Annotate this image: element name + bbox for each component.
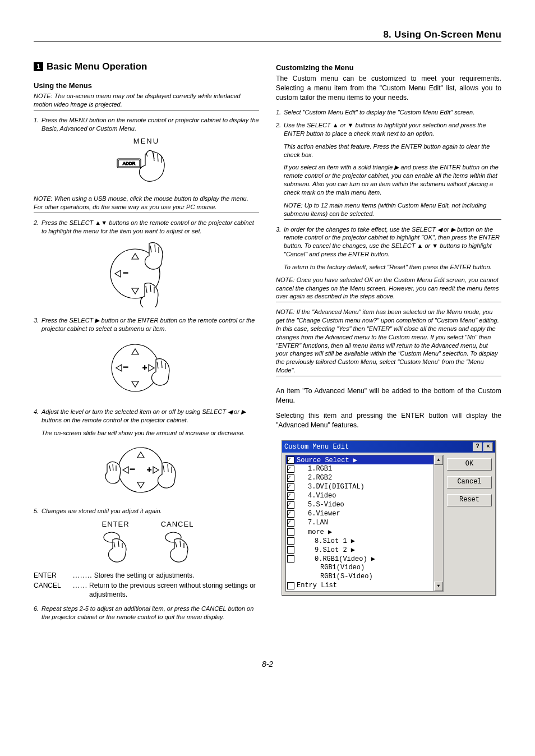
checkbox[interactable] <box>287 537 294 545</box>
enter-caption: ENTER <box>96 520 135 528</box>
step-4: 4.Adjust the level or turn the selected … <box>34 408 259 425</box>
note-12-items: NOTE: Up to 12 main menu items (within C… <box>284 201 501 220</box>
closing-1: An item "To Advanced Menu" will be added… <box>276 386 501 405</box>
note-ok-cancel: NOTE: Once you have selected OK on the C… <box>276 276 501 303</box>
figure-select-updown: − <box>34 240 259 310</box>
step-2: 2.Press the SELECT ▲▼ buttons on the rem… <box>34 219 259 236</box>
dl-cancel-term: CANCEL <box>34 581 73 599</box>
step-1: 1.Press the MENU button on the remote co… <box>34 116 259 133</box>
step-3: 3.Press the SELECT ▶ button or the ENTER… <box>34 316 259 333</box>
checkbox[interactable] <box>287 483 294 491</box>
menu-listbox[interactable]: Source Select ▶ 1.RGB1 2.RGB2 3.DVI(DIGI… <box>285 455 444 592</box>
list-item[interactable]: 5.S-Video <box>286 500 434 509</box>
customizing-heading: Customizing the Menu <box>276 63 501 72</box>
dl-enter-term: ENTER <box>34 571 73 580</box>
close-icon[interactable]: × <box>483 442 493 451</box>
dl-cancel-def: Return to the previous screen without st… <box>89 581 259 599</box>
step-6: 6.Repeat steps 2-5 to adjust an addition… <box>34 605 259 621</box>
checkbox[interactable] <box>287 546 294 554</box>
help-icon[interactable]: ? <box>473 442 482 451</box>
figure-enter-cancel: ENTER CANCEL <box>34 520 259 566</box>
checkbox[interactable] <box>287 519 294 527</box>
using-menus-heading: Using the Menus <box>34 81 259 90</box>
list-item[interactable]: 8.Slot 1 ▶ <box>286 536 434 545</box>
checkbox[interactable] <box>287 582 294 589</box>
scrollbar[interactable]: ▲ ▼ <box>433 455 443 591</box>
page-number: 8-2 <box>34 660 501 669</box>
menu-caption: MENU <box>34 137 259 145</box>
list-item[interactable]: RGB1(Video) <box>286 563 434 572</box>
figure-select-right: − + <box>34 337 259 401</box>
svg-text:−: − <box>123 362 128 372</box>
svg-text:−: − <box>123 268 128 278</box>
addr-label: ADDR <box>123 161 136 166</box>
rstep-1: 1.Select "Custom Menu Edit" to display t… <box>276 108 501 117</box>
rstep-2c: If you select an item with a solid trian… <box>284 163 501 196</box>
rstep-2: 2.Use the SELECT ▲ or ▼ buttons to highl… <box>276 121 501 138</box>
svg-text:−: − <box>130 464 135 474</box>
enter-cancel-definitions: ENTER ........ Stores the setting or adj… <box>34 571 259 600</box>
scroll-down-icon[interactable]: ▼ <box>434 582 443 591</box>
list-item[interactable]: 1.RGB1 <box>286 464 434 473</box>
scroll-up-icon[interactable]: ▲ <box>434 455 443 465</box>
checkbox[interactable] <box>287 492 294 500</box>
chapter-rule <box>34 42 501 42</box>
customizing-intro: The Custom menu can be customized to mee… <box>276 74 501 103</box>
list-item[interactable]: 7.LAN <box>286 518 434 527</box>
section-title: Basic Menu Operation <box>47 61 147 72</box>
reset-button[interactable]: Reset <box>447 494 492 506</box>
figure-select-leftright: − + <box>34 442 259 500</box>
list-item[interactable]: 2.RGB2 <box>286 473 434 482</box>
step-5: 5.Changes are stored until you adjust it… <box>34 507 259 515</box>
note-interlaced: NOTE: The on-screen menu may not be disp… <box>34 92 259 110</box>
checkbox[interactable] <box>287 555 294 563</box>
dialog-title: Custom Menu Edit <box>284 443 349 451</box>
ok-button[interactable]: OK <box>447 458 492 471</box>
cancel-button[interactable]: Cancel <box>447 476 492 488</box>
closing-2: Selecting this item and pressing the ENT… <box>276 411 501 430</box>
step-4-extra: The on-screen slide bar will show you th… <box>41 429 259 437</box>
checkbox[interactable] <box>287 501 294 509</box>
list-item[interactable]: more ▶ <box>286 527 434 536</box>
section-heading: 1 Basic Menu Operation <box>34 61 259 72</box>
dl-enter-def: Stores the setting or adjustments. <box>94 571 259 580</box>
checkbox[interactable] <box>287 474 294 482</box>
list-item[interactable]: 9.Slot 2 ▶ <box>286 545 434 554</box>
list-item[interactable]: 3.DVI(DIGITAL) <box>286 482 434 491</box>
cancel-caption: CANCEL <box>158 520 197 528</box>
list-item-source-select[interactable]: Source Select ▶ <box>286 455 434 464</box>
list-item[interactable]: Entry List <box>286 581 434 590</box>
svg-text:+: + <box>142 363 147 372</box>
list-item[interactable]: RGB1(S-Video) <box>286 572 434 581</box>
list-item[interactable]: 4.Video <box>286 491 434 500</box>
chapter-title: 8. Using On-Screen Menu <box>34 29 501 42</box>
checkbox[interactable] <box>287 465 294 473</box>
note-usb-mouse: NOTE: When using a USB mouse, click the … <box>34 195 259 213</box>
checkbox[interactable] <box>287 457 294 464</box>
rstep-3: 3.In order for the changes to take effec… <box>276 225 501 259</box>
note-advanced-menu: NOTE: If the "Advanced Menu" item has be… <box>276 308 501 376</box>
figure-menu-button: MENU ADDR <box>34 137 259 188</box>
list-item[interactable]: 6.Viewer <box>286 509 434 518</box>
rstep-3b: To return to the factory default, select… <box>284 263 501 271</box>
svg-text:+: + <box>147 465 151 474</box>
checkbox[interactable] <box>287 528 294 536</box>
list-item[interactable]: 0.RGB1(Video) ▶ <box>286 554 434 563</box>
section-number-box: 1 <box>34 62 43 71</box>
custom-menu-edit-dialog: Custom Menu Edit ? × Source Select ▶ <box>282 440 496 596</box>
checkbox[interactable] <box>287 510 294 518</box>
rstep-2b: This action enables that feature. Press … <box>284 142 501 159</box>
